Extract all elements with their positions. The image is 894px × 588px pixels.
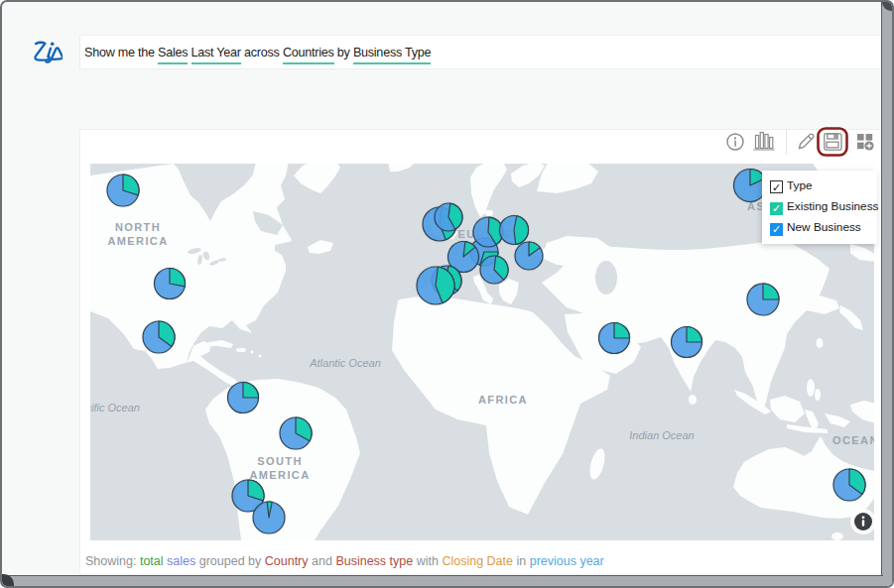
svg-text:AMERICA: AMERICA	[249, 469, 310, 481]
svg-text:AMERICA: AMERICA	[107, 235, 168, 247]
svg-text:OCEANIA: OCEANIA	[832, 434, 874, 446]
svg-text:Atlantic Ocean: Atlantic Ocean	[309, 357, 381, 369]
svg-text:SOUTH: SOUTH	[257, 455, 303, 467]
svg-text:Pacific Ocean: Pacific Ocean	[90, 402, 140, 413]
svg-text:NORTH: NORTH	[115, 221, 161, 233]
svg-text:Indian Ocean: Indian Ocean	[629, 429, 694, 441]
svg-text:AFRICA: AFRICA	[478, 394, 528, 406]
